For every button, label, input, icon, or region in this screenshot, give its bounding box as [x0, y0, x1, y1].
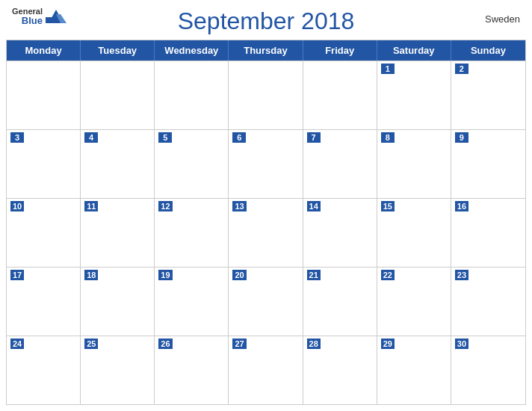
- day-cell: 17: [7, 268, 81, 336]
- day-cell: 16: [451, 199, 525, 267]
- calendar: Monday Tuesday Wednesday Thursday Friday…: [6, 40, 526, 405]
- week-row-5: 24252627282930: [7, 336, 525, 404]
- day-number: 26: [158, 339, 172, 349]
- svg-rect-2: [46, 17, 53, 23]
- header-friday: Friday: [303, 40, 377, 61]
- day-number: 28: [307, 339, 321, 349]
- day-cell: 4: [81, 130, 155, 198]
- day-number: 14: [307, 201, 321, 211]
- logo-blue: Blue: [22, 16, 43, 25]
- header-monday: Monday: [7, 40, 81, 61]
- day-cell: 27: [229, 336, 303, 404]
- day-cell: [229, 61, 303, 129]
- day-number: 5: [158, 132, 172, 143]
- day-cell: [303, 61, 377, 129]
- day-cell: 23: [451, 268, 525, 336]
- day-number: 22: [381, 270, 395, 280]
- header-saturday: Saturday: [377, 40, 451, 61]
- day-cell: 7: [303, 130, 377, 198]
- day-number: 6: [232, 132, 246, 143]
- day-cell: 26: [155, 336, 229, 404]
- day-number: 20: [232, 270, 246, 280]
- day-number: 27: [232, 339, 246, 349]
- day-number: 24: [10, 339, 24, 349]
- calendar-header: General Blue September 2018 Sweden: [0, 0, 532, 40]
- day-cell: [155, 61, 229, 129]
- day-headers: Monday Tuesday Wednesday Thursday Friday…: [7, 40, 525, 61]
- day-cell: 9: [451, 130, 525, 198]
- day-cell: 11: [81, 199, 155, 267]
- day-cell: 28: [303, 336, 377, 404]
- day-cell: 21: [303, 268, 377, 336]
- week-row-2: 3456789: [7, 129, 525, 198]
- day-number: 9: [455, 132, 468, 143]
- day-number: 2: [455, 64, 468, 74]
- day-cell: 20: [229, 268, 303, 336]
- day-number: 7: [307, 132, 321, 143]
- day-number: 23: [455, 270, 468, 280]
- day-cell: 19: [155, 268, 229, 336]
- week-row-4: 17181920212223: [7, 267, 525, 336]
- day-cell: [7, 61, 81, 129]
- day-number: 30: [455, 339, 468, 349]
- country-label: Sweden: [485, 13, 520, 25]
- header-tuesday: Tuesday: [81, 40, 155, 61]
- day-cell: 6: [229, 130, 303, 198]
- day-number: 29: [381, 339, 395, 349]
- week-row-3: 10111213141516: [7, 198, 525, 267]
- day-cell: 18: [81, 268, 155, 336]
- day-cell: 1: [377, 61, 451, 129]
- day-number: 4: [84, 132, 98, 143]
- header-wednesday: Wednesday: [155, 40, 229, 61]
- month-title: September 2018: [178, 7, 355, 35]
- day-number: 12: [158, 201, 172, 211]
- day-number: 17: [10, 270, 24, 280]
- day-cell: 5: [155, 130, 229, 198]
- day-number: 11: [84, 201, 98, 211]
- day-cell: 3: [7, 130, 81, 198]
- day-cell: [81, 61, 155, 129]
- day-cell: 25: [81, 336, 155, 404]
- header-thursday: Thursday: [229, 40, 303, 61]
- day-cell: 15: [377, 199, 451, 267]
- day-cell: 24: [7, 336, 81, 404]
- week-row-1: 12: [7, 61, 525, 129]
- day-number: 10: [10, 201, 24, 211]
- day-cell: 2: [451, 61, 525, 129]
- day-cell: 29: [377, 336, 451, 404]
- day-number: 1: [381, 64, 395, 74]
- day-number: 15: [381, 201, 395, 211]
- day-number: 8: [381, 132, 395, 143]
- day-number: 25: [84, 339, 98, 349]
- day-number: 19: [158, 270, 172, 280]
- day-number: 13: [232, 201, 246, 211]
- day-cell: 30: [451, 336, 525, 404]
- logo: General Blue: [12, 7, 66, 25]
- header-sunday: Sunday: [451, 40, 525, 61]
- day-number: 21: [307, 270, 321, 280]
- day-number: 16: [455, 201, 468, 211]
- day-cell: 12: [155, 199, 229, 267]
- day-number: 18: [84, 270, 98, 280]
- day-cell: 14: [303, 199, 377, 267]
- day-cell: 22: [377, 268, 451, 336]
- logo-icon: [46, 10, 66, 23]
- day-cell: 8: [377, 130, 451, 198]
- weeks-container: 1234567891011121314151617181920212223242…: [7, 61, 525, 404]
- day-cell: 13: [229, 199, 303, 267]
- day-number: 3: [10, 132, 24, 143]
- day-cell: 10: [7, 199, 81, 267]
